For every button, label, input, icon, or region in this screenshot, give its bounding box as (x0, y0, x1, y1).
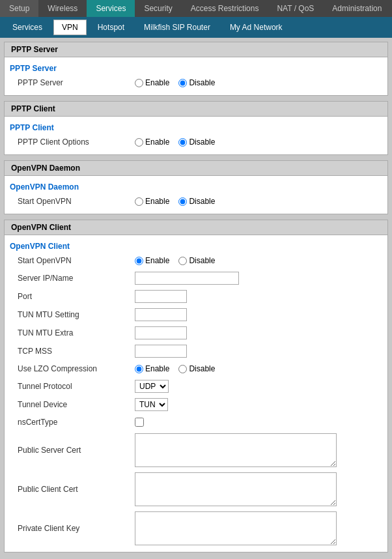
nscerttype-control (135, 418, 144, 427)
tunnel-protocol-select[interactable]: UDP TCP (135, 380, 169, 393)
main-content: PPTP Server PPTP Server PPTP Server Enab… (0, 38, 392, 559)
private-client-key-textarea[interactable] (135, 511, 337, 545)
pptp-server-enable-radio[interactable] (135, 79, 143, 87)
nav-access-restrictions[interactable]: Access Restrictions (182, 0, 268, 17)
tunnel-protocol-control: UDP TCP (135, 380, 169, 393)
tcp-mss-input[interactable] (135, 345, 187, 358)
openvpn-client-disable-radio[interactable] (178, 257, 187, 265)
private-client-key-control (135, 511, 337, 545)
nav-setup[interactable]: Setup (0, 0, 38, 17)
pptp-server-row: PPTP Server Enable Disable (5, 74, 387, 91)
tun-mtu-extra-input[interactable] (135, 326, 187, 339)
openvpn-client-start-label: Start OpenVPN (18, 256, 135, 265)
openvpn-daemon-label: OpenVPN Daemon (5, 180, 387, 193)
private-client-key-label: Private Client Key (18, 524, 135, 533)
tcp-mss-label: TCP MSS (18, 347, 135, 356)
tunnel-device-select[interactable]: TUN TAP (135, 398, 168, 411)
pptp-server-label: PPTP Server (5, 61, 387, 74)
openvpn-daemon-radio-group: Enable Disable (135, 197, 221, 206)
openvpn-daemon-enable-radio[interactable] (135, 197, 143, 206)
openvpn-daemon-disable-label[interactable]: Disable (178, 197, 215, 206)
port-input[interactable] (135, 290, 187, 303)
nav-nat-qos[interactable]: NAT / QoS (268, 0, 323, 17)
nav-administration[interactable]: Administration (323, 0, 391, 17)
pptp-server-radio-group: Enable Disable (135, 78, 221, 87)
public-server-cert-textarea[interactable] (135, 433, 337, 467)
tun-mtu-extra-label: TUN MTU Extra (18, 328, 135, 337)
sub-navigation: Services VPN Hotspot Milkfish SIP Router… (0, 17, 392, 38)
public-server-cert-row: Public Server Cert (5, 431, 387, 470)
openvpn-daemon-section: OpenVPN Daemon Start OpenVPN Enable Disa… (4, 176, 388, 214)
tunnel-protocol-label: Tunnel Protocol (18, 382, 135, 391)
pptp-client-radio-group: Enable Disable (135, 137, 221, 147)
tun-mtu-extra-control (135, 326, 187, 339)
lzo-compression-row: Use LZO Compression Enable Disable (5, 360, 387, 377)
tunnel-device-label: Tunnel Device (18, 400, 135, 409)
pptp-server-header: PPTP Server (4, 42, 388, 57)
lzo-disable-label[interactable]: Disable (178, 364, 215, 373)
port-control (135, 290, 187, 303)
openvpn-client-section: OpenVPN Client Start OpenVPN Enable Disa… (4, 235, 388, 552)
pptp-client-options-row: PPTP Client Options Enable Disable (5, 134, 387, 150)
pptp-server-section: PPTP Server PPTP Server Enable Disable (4, 57, 388, 96)
nav-security[interactable]: Security (135, 0, 181, 17)
tunnel-device-control: TUN TAP (135, 398, 168, 411)
nscerttype-checkbox[interactable] (135, 418, 144, 427)
openvpn-daemon-disable-radio[interactable] (178, 197, 187, 206)
server-ip-input[interactable] (135, 272, 239, 285)
pptp-server-disable-radio[interactable] (178, 79, 187, 87)
top-navigation: Setup Wireless Services Security Access … (0, 0, 392, 17)
openvpn-client-start-radio-group: Enable Disable (135, 256, 221, 265)
openvpn-daemon-enable-label[interactable]: Enable (135, 197, 169, 206)
pptp-server-disable-label[interactable]: Disable (178, 78, 215, 87)
pptp-client-label: PPTP Client (5, 121, 387, 134)
openvpn-client-enable-radio[interactable] (135, 257, 143, 265)
public-client-cert-textarea[interactable] (135, 472, 337, 506)
lzo-compression-radio-group: Enable Disable (135, 364, 221, 373)
openvpn-client-label: OpenVPN Client (5, 239, 387, 252)
pptp-client-enable-label[interactable]: Enable (135, 137, 169, 147)
port-row: Port (5, 287, 387, 306)
openvpn-daemon-start-row: Start OpenVPN Enable Disable (5, 193, 387, 210)
tunnel-device-row: Tunnel Device TUN TAP (5, 395, 387, 414)
pptp-client-options-label: PPTP Client Options (18, 137, 135, 147)
openvpn-client-enable-label[interactable]: Enable (135, 256, 169, 265)
tun-mtu-setting-control (135, 308, 187, 321)
tun-mtu-extra-row: TUN MTU Extra (5, 324, 387, 342)
lzo-enable-label[interactable]: Enable (135, 364, 169, 373)
public-client-cert-row: Public Client Cert (5, 470, 387, 509)
openvpn-client-start-row: Start OpenVPN Enable Disable (5, 252, 387, 269)
subnav-milkfish[interactable]: Milkfish SIP Router (135, 20, 219, 35)
pptp-client-disable-label[interactable]: Disable (178, 137, 215, 147)
tcp-mss-row: TCP MSS (5, 342, 387, 360)
pptp-client-header: PPTP Client (4, 101, 388, 117)
tunnel-protocol-row: Tunnel Protocol UDP TCP (5, 377, 387, 395)
tun-mtu-setting-label: TUN MTU Setting (18, 310, 135, 319)
lzo-enable-radio[interactable] (135, 365, 143, 373)
port-label: Port (18, 292, 135, 301)
nscerttype-row: nsCertType (5, 414, 387, 431)
public-client-cert-label: Public Client Cert (18, 485, 135, 494)
openvpn-daemon-start-label: Start OpenVPN (18, 197, 135, 206)
server-ip-label: Server IP/Name (18, 274, 135, 283)
openvpn-daemon-header: OpenVPN Daemon (4, 160, 388, 176)
openvpn-client-header: OpenVPN Client (4, 220, 388, 235)
tcp-mss-control (135, 345, 187, 358)
pptp-server-enable-label[interactable]: Enable (135, 78, 169, 87)
nav-services[interactable]: Services (87, 0, 135, 17)
lzo-disable-radio[interactable] (178, 365, 187, 373)
tun-mtu-setting-input[interactable] (135, 308, 187, 321)
public-client-cert-control (135, 472, 337, 506)
lzo-compression-label: Use LZO Compression (18, 364, 135, 373)
nscerttype-label: nsCertType (18, 418, 135, 427)
subnav-my-ad-network[interactable]: My Ad Network (221, 20, 291, 35)
openvpn-client-disable-label[interactable]: Disable (178, 256, 215, 265)
pptp-client-enable-radio[interactable] (135, 138, 143, 147)
subnav-hotspot[interactable]: Hotspot (89, 20, 133, 35)
nav-wireless[interactable]: Wireless (38, 0, 87, 17)
subnav-vpn[interactable]: VPN (53, 20, 87, 35)
pptp-client-disable-radio[interactable] (178, 138, 187, 147)
pptp-client-section: PPTP Client PPTP Client Options Enable D… (4, 117, 388, 155)
tun-mtu-setting-row: TUN MTU Setting (5, 306, 387, 324)
subnav-services[interactable]: Services (4, 20, 51, 35)
